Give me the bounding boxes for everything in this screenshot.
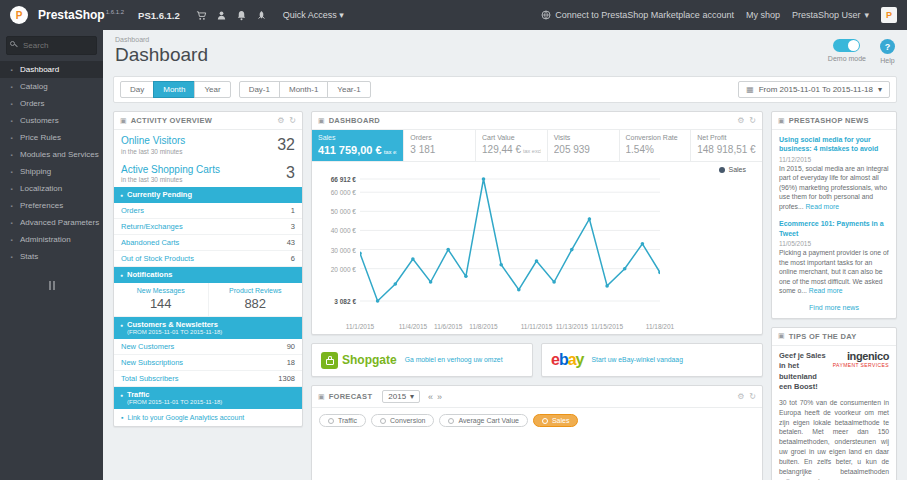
kpi-sales[interactable]: Sales 411 759,00 €tax excl. [312, 130, 403, 161]
quick-access-menu[interactable]: Quick Access ▾ [283, 10, 344, 20]
refresh-icon[interactable]: ↻ [289, 116, 296, 125]
my-shop-link[interactable]: My shop [746, 10, 780, 20]
gear-icon[interactable]: ⚙ [277, 116, 284, 125]
sidebar-item-administration[interactable]: ▪Administration [0, 231, 103, 248]
kpi-orders[interactable]: Orders 3 181 [403, 130, 475, 161]
gear-icon[interactable]: ⚙ [737, 116, 744, 125]
customer-icon[interactable] [216, 10, 227, 21]
pill-label: Traffic [338, 417, 357, 424]
total-subscribers-row[interactable]: Total Subscribers1308 [114, 371, 302, 387]
activity-panel-title: ACTIVITY OVERVIEW [131, 116, 213, 125]
sidebar-item-modules-and-services[interactable]: ▪Modules and Services [0, 146, 103, 163]
forecast-sales-toggle[interactable]: Sales [533, 414, 579, 427]
date-range-label: From 2015-11-01 To 2015-11-18 [759, 85, 873, 94]
shop-name[interactable]: PS1.6.1.2 [138, 10, 180, 21]
article-title-link[interactable]: Ecommerce 101: Payments in a Tweet [779, 219, 889, 238]
read-more-link[interactable]: Read more [805, 203, 839, 210]
kpi-visits[interactable]: Visits 205 939 [547, 130, 619, 161]
day-1-button[interactable]: Day-1 [239, 81, 280, 98]
out-of-stock-row[interactable]: Out of Stock Products6 [114, 251, 302, 267]
demo-mode-toggle[interactable] [833, 39, 860, 52]
pending-orders-row[interactable]: Orders1 [114, 203, 302, 219]
chevron-down-icon: ▾ [864, 10, 869, 20]
sidebar-item-customers[interactable]: ▪Customers [0, 112, 103, 129]
sidebar-item-orders[interactable]: ▪Orders [0, 95, 103, 112]
my-shop-label: My shop [746, 10, 780, 20]
forecast-average-cart-value-toggle[interactable]: Average Cart Value [439, 414, 527, 427]
abandoned-carts-row[interactable]: Abandoned Carts43 [114, 235, 302, 251]
y-tick-label: 30 000 € [314, 246, 356, 253]
forecast-traffic-toggle[interactable]: Traffic [319, 414, 366, 427]
sidebar-item-preferences[interactable]: ▪Preferences [0, 197, 103, 214]
stats-icon: ▪ [8, 254, 15, 260]
sidebar-item-label: Localization [20, 184, 62, 193]
article-excerpt: In 2015, social media are an integral pa… [779, 164, 889, 212]
prestashop-logo-icon[interactable]: P [10, 6, 28, 24]
day-button[interactable]: Day [120, 81, 154, 98]
search-input[interactable] [6, 36, 97, 55]
refresh-icon[interactable]: ↻ [749, 116, 756, 125]
active-carts-stat[interactable]: Active Shopping Carts in the last 30 min… [114, 159, 302, 188]
sidebar-item-shipping[interactable]: ▪Shipping [0, 163, 103, 180]
sidebar-item-dashboard[interactable]: ▪Dashboard [0, 61, 103, 78]
kpi-net-profit[interactable]: Net Profit 148 918,51 € [690, 130, 762, 161]
avatar[interactable]: P [881, 7, 897, 23]
month-1-button[interactable]: Month-1 [279, 81, 328, 98]
online-visitors-stat[interactable]: Online Visitors in the last 30 minutes 3… [114, 130, 302, 159]
pending-returns-row[interactable]: Return/Exchanges3 [114, 219, 302, 235]
y-tick-label: 50 000 € [314, 208, 356, 215]
y-tick-label: 3 082 € [314, 298, 356, 305]
people-icon: ● [120, 320, 123, 330]
shopgate-ad-link[interactable]: Ga mobiel en verhoog uw omzet [405, 356, 503, 365]
sidebar-item-catalog[interactable]: ▪Catalog [0, 78, 103, 95]
breadcrumb[interactable]: Dashboard [115, 36, 208, 43]
article-excerpt: Picking a payment provider is one of the… [779, 248, 889, 296]
new-messages-stat[interactable]: New Messages 144 [114, 283, 209, 316]
cart-icon[interactable] [196, 10, 207, 21]
forecast-metric-toggles: Traffic Conversion Average Cart Value Sa… [312, 408, 762, 433]
ebay-ad-link[interactable]: Start uw eBay-winkel vandaag [592, 356, 683, 365]
sidebar-item-stats[interactable]: ▪Stats [0, 248, 103, 265]
google-analytics-link[interactable]: ▪ Link to your Google Analytics account [114, 409, 302, 426]
find-more-news-link[interactable]: Find more news [779, 304, 889, 311]
x-tick-label: 11/18/201 [646, 323, 674, 330]
row-label: New Subscriptions [121, 358, 183, 367]
y-tick-label: 40 000 € [314, 227, 356, 234]
product-reviews-stat[interactable]: Product Reviews 882 [209, 283, 303, 316]
gear-icon[interactable]: ⚙ [737, 392, 744, 401]
sidebar-item-localization[interactable]: ▪Localization [0, 180, 103, 197]
radio-icon [542, 418, 548, 424]
help-icon[interactable]: ? [880, 39, 895, 54]
marketplace-link[interactable]: Connect to PrestaShop Marketplace accoun… [541, 10, 734, 20]
x-tick-label: 11/6/2015 [434, 323, 462, 330]
kpi-conversion-rate[interactable]: Conversion Rate 1.54% [619, 130, 691, 161]
new-subscriptions-row[interactable]: New Subscriptions18 [114, 355, 302, 371]
previous-year-button[interactable]: « [428, 392, 433, 402]
previous-period-button-group: Day-1 Month-1 Year-1 [239, 81, 371, 98]
refresh-icon[interactable]: ↻ [749, 392, 756, 401]
sidebar-item-label: Shipping [20, 167, 51, 176]
article-title-link[interactable]: Using social media for your business: 4 … [779, 135, 889, 154]
kpi-cart-value[interactable]: Cart Value 129,44 €tax excl. [475, 130, 547, 161]
row-value: 90 [287, 342, 295, 351]
notifications-bell-icon[interactable] [236, 10, 247, 21]
ingenico-logo: ingenico Payment services [833, 351, 889, 368]
pill-label: Conversion [390, 417, 425, 424]
currently-pending-header: ● Currently Pending [114, 187, 302, 203]
sidebar-item-advanced-parameters[interactable]: ▪Advanced Parameters [0, 214, 103, 231]
forecast-conversion-toggle[interactable]: Conversion [371, 414, 434, 427]
year-1-button[interactable]: Year-1 [327, 81, 370, 98]
sidebar-collapse-icon[interactable] [47, 281, 57, 290]
year-button[interactable]: Year [194, 81, 230, 98]
new-customers-row[interactable]: New Customers90 [114, 339, 302, 355]
section-subtitle: (FROM 2015-11-01 TO 2015-11-18) [127, 329, 222, 336]
date-range-picker[interactable]: ▦ From 2015-11-01 To 2015-11-18 ▾ [738, 81, 890, 98]
forecast-year-select[interactable]: 2015 ▾ [382, 390, 420, 403]
user-menu[interactable]: PrestaShop User ▾ [792, 10, 869, 20]
next-year-button[interactable]: » [437, 392, 442, 402]
sidebar-item-price-rules[interactable]: ▪Price Rules [0, 129, 103, 146]
month-button[interactable]: Month [153, 81, 195, 98]
read-more-link[interactable]: Read more [809, 287, 843, 294]
onboarding-rocket-icon[interactable] [256, 10, 267, 21]
lightbulb-icon: ▣ [778, 332, 785, 340]
